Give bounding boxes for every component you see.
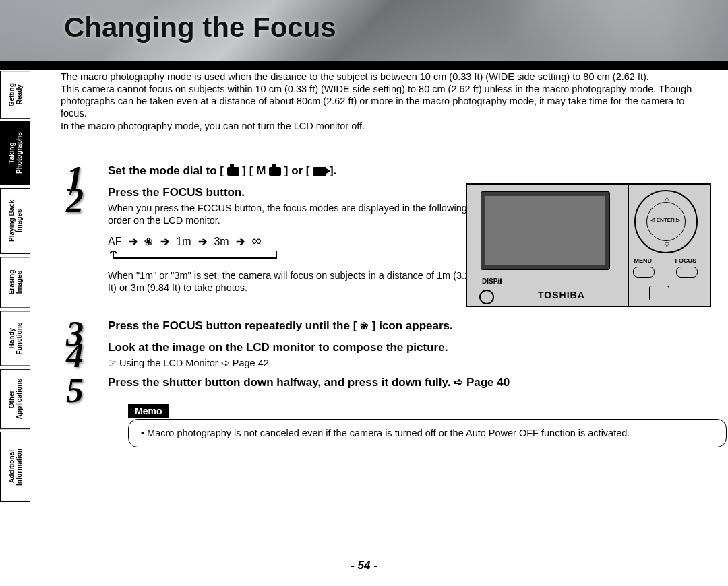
step-number-5: 5 [66, 370, 84, 410]
step-3-text: Press the FOCUS button repeatedly until … [108, 319, 453, 332]
step-2-note: When "1m" or "3m" is set, the camera wil… [108, 269, 485, 294]
memo-section: Memo • Macro photography is not canceled… [128, 404, 708, 447]
step-4-heading: Look at the image on the LCD monitor to … [108, 339, 708, 356]
camera-icon [227, 167, 239, 176]
tab-other-applications[interactable]: Other Applications [0, 369, 30, 429]
page-number: - 54 - [0, 559, 728, 573]
lcd-screen-icon [481, 191, 610, 270]
macro-icon: ❀ [360, 320, 369, 331]
menu-button-icon [633, 267, 655, 278]
step-number-4: 4 [66, 335, 84, 375]
macro-icon: ❀ [144, 236, 153, 247]
diagram-divider [628, 185, 629, 306]
disp-label: DISP/ℹ [482, 278, 502, 285]
disp-button-icon [479, 290, 494, 304]
tab-handy-functions[interactable]: Handy Functions [0, 311, 30, 366]
step-2-heading: Press the FOCUS button. [108, 185, 485, 201]
camera-m-icon [269, 167, 281, 176]
tab-getting-ready[interactable]: Getting Ready [0, 71, 30, 119]
step-1: 1 Set the mode dial to [ ] [ M ] or [ ]. [61, 163, 708, 179]
focus-button-icon [676, 267, 698, 278]
section-tabs: Getting Ready Taking Photographs Playing… [0, 71, 31, 502]
tab-erasing-images[interactable]: Erasing Images [0, 257, 30, 308]
step-4: 4 Look at the image on the LCD monitor t… [61, 339, 708, 369]
step-5-heading: Press the shutter button down halfway, a… [108, 375, 708, 391]
down-arrow-icon: ▽ [665, 241, 669, 248]
tab-taking-photographs[interactable]: Taking Photographs [0, 121, 30, 185]
video-icon [313, 167, 326, 176]
bottom-panel-icon [649, 286, 669, 300]
step-3: 3 Press the FOCUS button repeatedly unti… [61, 318, 708, 334]
camera-back-diagram: DISP/ℹ TOSHIBA ◁ ENTER ▷ △ ▽ MENU FOCUS [466, 183, 711, 307]
step-1-text: Set the mode dial to [ ] [ M ] or [ ]. [108, 164, 336, 177]
up-arrow-icon: △ [665, 195, 669, 202]
step-4-note: ☞ Using the LCD Monitor ➪ Page 42 [108, 357, 708, 369]
tab-additional-information[interactable]: Additional Information [0, 432, 30, 502]
step-5: 5 Press the shutter button down halfway,… [61, 375, 708, 391]
brand-label: TOSHIBA [538, 290, 585, 300]
page-title: Changing the Focus [64, 11, 336, 44]
tab-playing-back-images[interactable]: Playing Back Images [0, 188, 30, 254]
step-number-2: 2 [66, 181, 84, 220]
memo-box: • Macro photography is not canceled even… [128, 419, 727, 447]
header-banner: Changing the Focus [0, 0, 728, 70]
intro-text: The macro photography mode is used when … [61, 71, 708, 132]
menu-label: MENU [634, 257, 653, 264]
focus-label: FOCUS [675, 257, 697, 264]
enter-label: ◁ ENTER ▷ [650, 217, 680, 223]
step-2-text: When you press the FOCUS button, the foc… [108, 202, 485, 226]
memo-label: Memo [128, 404, 169, 418]
